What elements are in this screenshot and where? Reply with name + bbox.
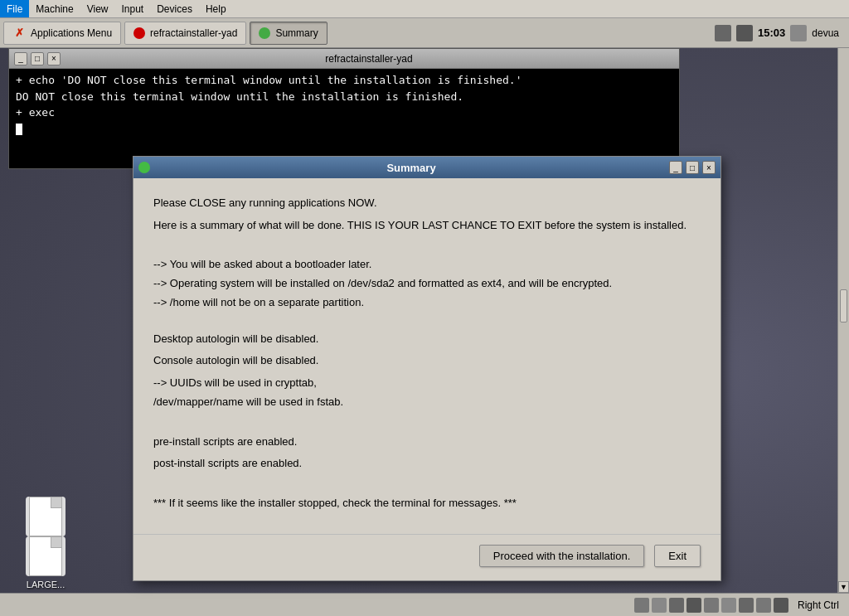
dialog-minimize-btn[interactable]: _ (669, 161, 682, 174)
summary-dialog: Summary _ □ × Please CLOSE any running a… (133, 156, 721, 581)
terminal-title: refractainstaller-yad (64, 53, 674, 65)
menu-file[interactable]: File (0, 0, 29, 17)
tray-icon-2 (736, 25, 753, 41)
terminal-icon (133, 27, 145, 39)
terminal-maximize-btn[interactable]: □ (31, 52, 44, 65)
terminal-cursor (16, 124, 22, 135)
dialog-title: Summary (157, 162, 666, 174)
dialog-line5: --> /home will not be on a separate part… (153, 294, 701, 312)
tray-icon-bottom-1 (634, 598, 649, 613)
tray-user-icon (790, 25, 807, 41)
dialog-line8: --> UUIDs will be used in crypttab, (153, 375, 701, 392)
tray-icon-bottom-5 (704, 598, 719, 613)
dialog-titlebar: Summary _ □ × (133, 157, 720, 178)
menubar: File Machine View Input Devices Help (0, 0, 849, 18)
dialog-line2: Here is a summary of what will be done. … (153, 217, 701, 235)
scroll-arrow-down[interactable]: ▼ (838, 581, 849, 593)
apps-menu-icon: ✗ (12, 27, 26, 40)
clock: 15:03 (758, 27, 785, 39)
dialog-body: Please CLOSE any running applications NO… (133, 178, 720, 534)
tray-icon-1 (715, 25, 731, 41)
username: devua (812, 27, 839, 39)
scroll-thumb[interactable] (840, 289, 847, 323)
dialog-line4: --> Operating system will be installed o… (153, 275, 701, 293)
exit-button[interactable]: Exit (654, 545, 701, 567)
taskbar-apps-menu-label: Applications Menu (31, 27, 112, 39)
dialog-line3: --> You will be asked about a bootloader… (153, 256, 701, 274)
file-icon-small (29, 497, 62, 536)
tray-icon-bottom-8 (756, 598, 771, 613)
tray-icon-bottom-4 (686, 598, 701, 613)
taskbar-terminal[interactable]: refractainstaller-yad (124, 22, 246, 45)
dialog-footer: Proceed with the installation. Exit (133, 534, 720, 580)
dialog-line7: Console autologin will be disabled. (153, 352, 701, 370)
terminal-close-btn[interactable]: × (47, 52, 61, 65)
terminal-line-3: + exec (16, 104, 672, 121)
terminal-minimize-btn[interactable]: _ (14, 52, 27, 65)
dialog-line1: Please CLOSE any running applications NO… (153, 195, 701, 212)
taskbar-summary-label: Summary (275, 27, 318, 39)
file-icon-large (29, 536, 62, 576)
dialog-green-dot (138, 162, 150, 173)
dialog-line11: post-install scripts are enabled. (153, 455, 701, 473)
menu-help[interactable]: Help (199, 0, 233, 17)
taskbar-right: 15:03 devua (715, 25, 846, 41)
terminal-cursor-line (16, 121, 672, 138)
taskbar-terminal-label: refractainstaller-yad (150, 27, 237, 39)
menu-view[interactable]: View (80, 0, 115, 17)
dialog-line6: Desktop autologin will be disabled. (153, 331, 701, 348)
tray-icon-bottom-7 (739, 598, 754, 613)
bottom-right-label: Right Ctrl (798, 599, 839, 611)
bottom-tray: Right Ctrl (634, 598, 844, 613)
desktop-icon-large[interactable]: LARGE... (17, 536, 75, 589)
tray-icon-bottom-6 (721, 598, 736, 613)
dialog-maximize-btn[interactable]: □ (686, 161, 699, 174)
dialog-line12: *** If it seems like the installer stopp… (153, 495, 701, 512)
terminal-line-1: + echo 'DO NOT close this terminal windo… (16, 72, 672, 89)
dialog-close-btn[interactable]: × (702, 161, 716, 174)
tray-icon-bottom-3 (669, 598, 684, 613)
desktop-icon-large-label: LARGE... (27, 580, 65, 589)
desktop-icon-large-img (26, 536, 65, 576)
taskbar-summary[interactable]: Summary (250, 22, 327, 45)
terminal-line-2: DO NOT close this terminal window until … (16, 89, 672, 105)
menu-devices[interactable]: Devices (150, 0, 199, 17)
taskbar-apps-menu[interactable]: ✗ Applications Menu (3, 22, 121, 45)
tray-icon-bottom-2 (652, 598, 667, 613)
dialog-line9: /dev/mapper/name will be used in fstab. (153, 394, 701, 411)
taskbar: ✗ Applications Menu refractainstaller-ya… (0, 18, 849, 48)
desktop-icon-small-img (26, 497, 65, 536)
bottom-bar: Right Ctrl (0, 593, 849, 616)
scroll-track: ▲ ▼ (837, 18, 849, 593)
tray-icon-bottom-9 (774, 598, 788, 613)
dialog-line10: pre-install scripts are enabled. (153, 434, 701, 451)
terminal-window: _ □ × refractainstaller-yad + echo 'DO N… (8, 48, 680, 169)
terminal-titlebar: _ □ × refractainstaller-yad (9, 49, 679, 69)
terminal-content: + echo 'DO NOT close this terminal windo… (9, 69, 679, 168)
menu-input[interactable]: Input (115, 0, 151, 17)
proceed-button[interactable]: Proceed with the installation. (479, 545, 644, 567)
summary-icon (259, 27, 270, 39)
menu-machine[interactable]: Machine (29, 0, 80, 17)
